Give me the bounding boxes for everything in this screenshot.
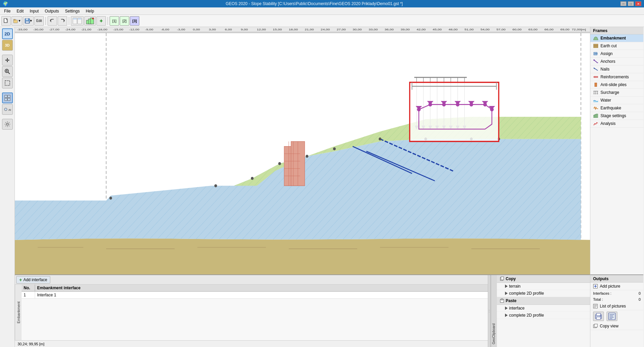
svg-marker-160 bbox=[595, 94, 596, 95]
paste-label: Paste bbox=[506, 298, 516, 303]
svg-rect-163 bbox=[593, 101, 598, 102]
list-of-pictures-button[interactable]: List of pictures bbox=[590, 302, 643, 310]
menu-outputs[interactable]: Outputs bbox=[42, 8, 62, 14]
view-2d-button[interactable]: 2D bbox=[2, 28, 13, 39]
frame-embankment[interactable]: Embankment bbox=[590, 34, 643, 42]
svg-text:-12,00: -12,00 bbox=[129, 28, 139, 31]
svg-text:30,00: 30,00 bbox=[353, 28, 362, 31]
copy-view-button[interactable]: Copy view bbox=[590, 322, 643, 330]
copy-section[interactable]: Copy bbox=[497, 275, 590, 283]
print-button-1[interactable] bbox=[593, 312, 604, 321]
bottom-panel: + Add interface Embankment No. Embankmen… bbox=[15, 274, 590, 347]
frame-nails[interactable]: Nails bbox=[590, 65, 643, 73]
copy-terrain-item[interactable]: terrain bbox=[497, 283, 590, 290]
new-button[interactable] bbox=[1, 16, 11, 26]
copy-profile1-item[interactable]: complete 2D profile bbox=[497, 290, 590, 297]
nails-icon bbox=[593, 67, 598, 72]
add-picture-icon bbox=[593, 284, 598, 289]
template-button[interactable] bbox=[71, 16, 84, 26]
profile1-label: complete 2D profile bbox=[509, 291, 544, 296]
frame-surcharge-label: Surcharge bbox=[600, 90, 619, 95]
svg-rect-176 bbox=[596, 317, 600, 319]
menu-help[interactable]: Help bbox=[83, 8, 97, 14]
list-pictures-icon bbox=[593, 304, 598, 309]
canvas-area[interactable]: -33,00 -30,00 -27,00 -24,00 -21,00 -18,0… bbox=[15, 27, 590, 274]
add-picture-label: Add picture bbox=[600, 284, 620, 289]
label-button[interactable]: Abc bbox=[2, 104, 13, 115]
stage-button[interactable] bbox=[84, 16, 96, 26]
table-row[interactable]: 1 Interface 1 bbox=[22, 292, 488, 299]
undo-button[interactable] bbox=[48, 16, 57, 26]
maximize-button[interactable]: □ bbox=[628, 1, 634, 6]
redo-button[interactable] bbox=[58, 16, 67, 26]
add-interface-plus-icon: + bbox=[19, 277, 22, 283]
menu-edit[interactable]: Edit bbox=[14, 8, 26, 14]
stage-1-button[interactable]: [1] bbox=[110, 16, 119, 26]
svg-text:-6,00: -6,00 bbox=[161, 28, 169, 31]
svg-text:45,00: 45,00 bbox=[432, 28, 442, 31]
svg-point-95 bbox=[379, 137, 381, 140]
earthquake-icon bbox=[593, 106, 598, 110]
svg-point-100 bbox=[109, 196, 112, 199]
interfaces-count: 0 bbox=[639, 291, 641, 295]
interface-panel: + Add interface Embankment No. Embankmen… bbox=[15, 275, 488, 347]
bottom-divider[interactable]: ⋮ bbox=[488, 275, 491, 347]
frame-analysis[interactable]: Analysis bbox=[590, 120, 643, 128]
add-picture-button[interactable]: Add picture bbox=[590, 283, 643, 290]
svg-rect-22 bbox=[8, 95, 10, 98]
frame-earthquake-label: Earthquake bbox=[600, 106, 621, 110]
svg-text:54,00: 54,00 bbox=[480, 28, 489, 31]
stage-3-button[interactable]: [3] bbox=[130, 16, 139, 26]
paste-interface-item[interactable]: interface bbox=[497, 305, 590, 312]
minimize-button[interactable]: ─ bbox=[620, 1, 626, 6]
view-3d-button[interactable]: 3D bbox=[2, 40, 13, 51]
stage-settings-icon bbox=[593, 113, 598, 118]
interface-toolbar: + Add interface bbox=[15, 275, 488, 285]
settings-button[interactable] bbox=[2, 119, 13, 130]
table-header: No. Embankment interface bbox=[22, 285, 488, 292]
open-button[interactable]: ▾ bbox=[11, 16, 22, 26]
svg-point-91 bbox=[251, 177, 254, 180]
frame-assign[interactable]: Assign bbox=[590, 50, 643, 58]
add-stage-button[interactable]: + bbox=[96, 16, 106, 26]
svg-text:3,00: 3,00 bbox=[209, 28, 216, 31]
frame-nails-label: Nails bbox=[600, 67, 610, 72]
menu-file[interactable]: File bbox=[1, 8, 13, 14]
center-area: -33,00 -30,00 -27,00 -24,00 -21,00 -18,0… bbox=[15, 27, 590, 347]
frame-water[interactable]: Water bbox=[590, 97, 643, 104]
svg-text:57,00: 57,00 bbox=[497, 28, 506, 31]
print-row bbox=[590, 310, 643, 322]
paste-icon bbox=[500, 298, 504, 303]
frame-anchors[interactable]: Anchors bbox=[590, 58, 643, 65]
frame-surcharge[interactable]: Surcharge bbox=[590, 89, 643, 97]
svg-text:18,00: 18,00 bbox=[289, 28, 298, 31]
print-button-2[interactable] bbox=[607, 312, 617, 321]
edit-button[interactable]: Edit bbox=[34, 16, 44, 26]
frame-piles-label: Anti-slide piles bbox=[600, 82, 626, 87]
move-tool-button[interactable]: ✛ bbox=[2, 55, 13, 65]
select-tool-button[interactable] bbox=[2, 78, 13, 88]
add-interface-button[interactable]: + Add interface bbox=[16, 276, 50, 284]
svg-text:21,00: 21,00 bbox=[305, 28, 314, 31]
frame-earth-cut[interactable]: Earth cut bbox=[590, 42, 643, 50]
zoom-tool-button[interactable] bbox=[2, 66, 13, 77]
grid-view-button[interactable] bbox=[2, 92, 13, 103]
save-button[interactable]: ▾ bbox=[23, 16, 34, 26]
frame-reinforcements[interactable]: Reinforcements bbox=[590, 73, 643, 81]
main-canvas[interactable] bbox=[15, 33, 590, 274]
frame-stage-settings[interactable]: Stage settings bbox=[590, 112, 643, 120]
paste-section[interactable]: Paste bbox=[497, 297, 590, 305]
svg-text:48,00: 48,00 bbox=[449, 28, 458, 31]
menu-input[interactable]: Input bbox=[27, 8, 41, 14]
copy-view-label: Copy view bbox=[600, 324, 618, 328]
menu-settings[interactable]: Settings bbox=[62, 8, 82, 14]
svg-text:6,00: 6,00 bbox=[225, 28, 232, 31]
assign-icon bbox=[593, 51, 598, 56]
frame-earthquake[interactable]: Earthquake bbox=[590, 104, 643, 112]
frame-anti-slide-piles[interactable]: Anti-slide piles bbox=[590, 81, 643, 89]
close-button[interactable]: ✕ bbox=[635, 1, 641, 6]
stage-2-button[interactable]: [2] bbox=[120, 16, 129, 26]
add-interface-label: Add interface bbox=[23, 277, 47, 282]
plus-icon: + bbox=[100, 18, 103, 24]
paste-profile2-item[interactable]: complete 2D profile bbox=[497, 312, 590, 319]
